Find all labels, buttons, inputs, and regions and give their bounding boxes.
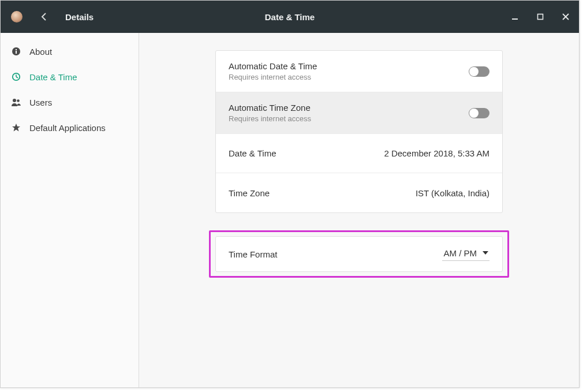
setting-title: Automatic Date & Time xyxy=(229,61,317,71)
minimize-icon xyxy=(511,13,518,20)
svg-point-11 xyxy=(17,99,20,102)
page-title: Date & Time xyxy=(265,12,315,22)
svg-marker-12 xyxy=(12,124,20,132)
toggle-knob xyxy=(469,109,479,118)
time-format-select[interactable]: AM / PM xyxy=(442,248,489,261)
row-labels: Automatic Time Zone Requires internet ac… xyxy=(229,103,311,123)
setting-title: Automatic Time Zone xyxy=(229,103,311,113)
setting-title: Date & Time xyxy=(229,148,276,158)
close-icon xyxy=(562,13,569,20)
sidebar-item-label: Users xyxy=(29,98,52,107)
svg-line-9 xyxy=(16,77,18,78)
toggle-auto-datetime[interactable] xyxy=(469,66,489,77)
chevron-left-icon xyxy=(41,13,48,21)
datetime-panel: Automatic Date & Time Requires internet … xyxy=(215,50,503,213)
highlight-box: Time Format AM / PM xyxy=(209,230,509,278)
svg-rect-1 xyxy=(538,14,543,20)
star-icon xyxy=(11,122,21,133)
svg-rect-0 xyxy=(512,18,518,20)
setting-title: Time Zone xyxy=(229,188,270,198)
settings-window: Details Date & Time About xyxy=(0,0,580,388)
sidebar-item-label: Date & Time xyxy=(29,72,77,82)
svg-rect-5 xyxy=(16,51,17,54)
svg-point-10 xyxy=(13,99,16,102)
sidebar-item-label: Default Applications xyxy=(29,123,106,133)
svg-marker-13 xyxy=(483,251,488,255)
chevron-down-icon xyxy=(483,251,488,255)
time-format-panel: Time Format AM / PM xyxy=(215,236,503,272)
sidebar-item-label: About xyxy=(29,47,52,57)
sidebar-item-default-applications[interactable]: Default Applications xyxy=(1,115,139,140)
maximize-icon xyxy=(537,13,544,20)
toggle-knob xyxy=(469,67,479,76)
select-value: AM / PM xyxy=(443,248,477,258)
back-button[interactable] xyxy=(36,9,53,25)
sidebar-item-date-time[interactable]: Date & Time xyxy=(1,64,139,89)
info-icon xyxy=(11,46,21,57)
sidebar-item-about[interactable]: About xyxy=(1,39,139,64)
svg-rect-6 xyxy=(16,49,17,50)
row-auto-timezone: Automatic Time Zone Requires internet ac… xyxy=(216,92,502,134)
body-area: About Date & Time Users Default Applicat… xyxy=(1,33,579,387)
toggle-auto-timezone[interactable] xyxy=(469,108,489,118)
setting-value: IST (Kolkata, India) xyxy=(416,188,489,198)
sidebar-item-users[interactable]: Users xyxy=(1,89,139,115)
users-icon xyxy=(11,97,21,107)
setting-title: Time Format xyxy=(229,249,277,259)
row-labels: Automatic Date & Time Requires internet … xyxy=(229,61,317,81)
maximize-button[interactable] xyxy=(533,9,548,24)
main-content: Automatic Date & Time Requires internet … xyxy=(139,33,579,387)
setting-subtitle: Requires internet access xyxy=(229,73,317,81)
row-auto-datetime: Automatic Date & Time Requires internet … xyxy=(216,51,502,92)
avatar xyxy=(11,11,23,23)
setting-subtitle: Requires internet access xyxy=(229,114,311,123)
close-button[interactable] xyxy=(558,9,573,24)
section-title: Details xyxy=(65,12,94,22)
sidebar: About Date & Time Users Default Applicat… xyxy=(1,33,139,387)
titlebar: Details Date & Time xyxy=(1,1,579,33)
minimize-button[interactable] xyxy=(507,9,522,24)
row-datetime[interactable]: Date & Time 2 December 2018, 5:33 AM xyxy=(216,134,502,173)
row-time-format: Time Format AM / PM xyxy=(216,237,502,271)
window-controls xyxy=(507,9,573,24)
setting-value: 2 December 2018, 5:33 AM xyxy=(384,148,489,158)
clock-icon xyxy=(11,72,21,82)
row-timezone[interactable]: Time Zone IST (Kolkata, India) xyxy=(216,173,502,212)
